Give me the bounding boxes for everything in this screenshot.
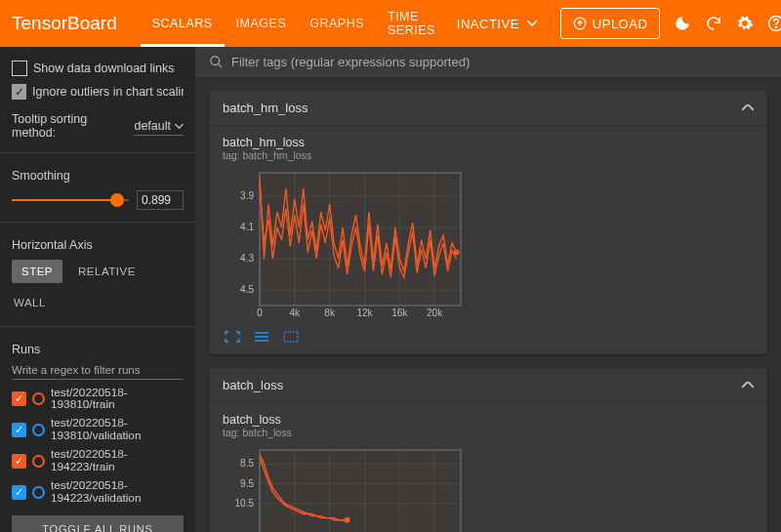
card-header[interactable]: batch_hm_loss bbox=[209, 91, 767, 126]
smoothing-label: Smoothing bbox=[0, 161, 195, 186]
chart-tag: tag: batch_hm_loss bbox=[223, 149, 754, 161]
status-dropdown-label: INACTIVE bbox=[457, 17, 519, 31]
run-color-circle[interactable] bbox=[32, 424, 45, 436]
chart-title: batch_loss bbox=[223, 413, 754, 427]
svg-text:0: 0 bbox=[257, 307, 263, 318]
run-row: ✓test/20220518-194223/train bbox=[0, 445, 195, 476]
filter-bar: Filter tags (regular expressions support… bbox=[195, 47, 781, 77]
run-label: test/20220518-193810/train bbox=[51, 387, 184, 412]
toggle-all-runs-button[interactable]: TOGGLE ALL RUNS bbox=[12, 515, 184, 532]
svg-point-2 bbox=[776, 26, 777, 27]
svg-rect-72 bbox=[284, 332, 298, 342]
runs-label: Runs bbox=[0, 335, 195, 360]
svg-text:4k: 4k bbox=[290, 307, 302, 318]
horizontal-axis-label: Horizontal Axis bbox=[0, 230, 195, 256]
svg-text:4.1: 4.1 bbox=[240, 222, 254, 232]
fit-icon[interactable] bbox=[281, 329, 301, 345]
svg-text:4.5: 4.5 bbox=[240, 284, 254, 295]
svg-text:3.9: 3.9 bbox=[240, 190, 254, 201]
sidebar: Show data download links ✓ Ignore outlie… bbox=[0, 47, 195, 532]
card-batch-loss: batch_loss batch_loss tag: batch_loss 10… bbox=[209, 368, 767, 532]
run-color-circle[interactable] bbox=[32, 486, 45, 499]
help-icon[interactable] bbox=[767, 15, 781, 32]
refresh-icon[interactable] bbox=[705, 15, 722, 32]
checkbox-download-links[interactable] bbox=[12, 61, 27, 76]
upload-button[interactable]: UPLOAD bbox=[560, 8, 660, 39]
app-logo: TensorBoard bbox=[12, 13, 117, 34]
svg-text:16k: 16k bbox=[391, 307, 408, 318]
svg-point-132 bbox=[345, 517, 350, 523]
svg-text:20k: 20k bbox=[427, 307, 443, 318]
run-checkbox[interactable]: ✓ bbox=[12, 391, 26, 406]
card-header-title: batch_loss bbox=[223, 378, 283, 392]
tooltip-sort-value: default bbox=[134, 119, 171, 133]
content: Filter tags (regular expressions support… bbox=[195, 47, 781, 532]
run-label: test/20220518-194223/train bbox=[51, 448, 184, 473]
card-batch-hm-loss: batch_hm_loss batch_hm_loss tag: batch_h… bbox=[209, 91, 767, 354]
svg-text:9.5: 9.5 bbox=[240, 478, 254, 489]
svg-point-3 bbox=[211, 57, 220, 65]
svg-text:8k: 8k bbox=[324, 307, 336, 318]
upload-icon bbox=[573, 17, 587, 30]
topbar: TensorBoard SCALARS IMAGES GRAPHS TIME S… bbox=[0, 0, 781, 47]
svg-text:4.3: 4.3 bbox=[240, 253, 254, 264]
card-header-title: batch_hm_loss bbox=[223, 101, 308, 115]
svg-point-1 bbox=[769, 17, 781, 31]
runs-list: ✓test/20220518-193810/train✓test/2022051… bbox=[0, 384, 195, 509]
run-row: ✓test/20220518-193810/validation bbox=[0, 414, 195, 445]
tab-scalars[interactable]: SCALARS bbox=[141, 0, 225, 47]
run-checkbox[interactable]: ✓ bbox=[12, 423, 26, 437]
axis-relative-button[interactable]: RELATIVE bbox=[68, 260, 145, 283]
chevron-up-icon bbox=[742, 382, 754, 389]
run-row: ✓test/20220518-194223/validation bbox=[0, 476, 195, 508]
status-dropdown[interactable]: INACTIVE bbox=[447, 17, 547, 31]
checkbox-ignore-outliers[interactable]: ✓ bbox=[12, 84, 26, 100]
chevron-down-icon bbox=[527, 20, 537, 26]
run-color-circle[interactable] bbox=[32, 455, 45, 468]
run-label: test/20220518-194223/validation bbox=[51, 479, 184, 505]
chart-tag: tag: batch_loss bbox=[223, 427, 754, 438]
nav-tabs: SCALARS IMAGES GRAPHS TIME SERIES bbox=[141, 0, 447, 47]
chevron-up-icon bbox=[742, 104, 754, 111]
upload-label: UPLOAD bbox=[593, 17, 647, 31]
search-icon bbox=[209, 55, 224, 69]
run-color-circle[interactable] bbox=[32, 392, 45, 405]
chart-batch-hm-loss[interactable]: 4.54.34.13.904k8k12k16k20k bbox=[223, 167, 754, 323]
run-label: test/20220518-193810/validation bbox=[51, 417, 184, 442]
chevron-down-icon bbox=[175, 124, 184, 129]
run-checkbox[interactable]: ✓ bbox=[12, 454, 26, 469]
tab-timeseries[interactable]: TIME SERIES bbox=[376, 0, 447, 47]
tab-images[interactable]: IMAGES bbox=[225, 0, 299, 47]
theme-icon[interactable] bbox=[674, 15, 691, 32]
smoothing-slider[interactable] bbox=[12, 199, 129, 201]
runs-filter-input[interactable]: Write a regex to filter runs bbox=[12, 364, 184, 380]
axis-wall-button[interactable]: WALL bbox=[12, 291, 56, 314]
svg-text:10.5: 10.5 bbox=[235, 498, 255, 509]
fullscreen-icon[interactable] bbox=[223, 329, 242, 345]
run-row: ✓test/20220518-193810/train bbox=[0, 384, 195, 415]
label-ignore-outliers: Ignore outliers in chart scaling bbox=[32, 85, 184, 99]
filter-input[interactable]: Filter tags (regular expressions support… bbox=[231, 55, 470, 69]
svg-text:12k: 12k bbox=[356, 307, 373, 318]
list-icon[interactable] bbox=[252, 329, 271, 345]
tooltip-sort-dropdown[interactable]: default bbox=[134, 117, 184, 136]
card-header[interactable]: batch_loss bbox=[209, 368, 767, 403]
gear-icon[interactable] bbox=[736, 15, 754, 32]
chart-title: batch_hm_loss bbox=[223, 136, 754, 149]
tab-graphs[interactable]: GRAPHS bbox=[298, 0, 376, 47]
chart-batch-loss[interactable]: 10.59.58.5 bbox=[223, 444, 754, 532]
run-checkbox[interactable]: ✓ bbox=[12, 485, 26, 500]
svg-text:8.5: 8.5 bbox=[240, 458, 254, 469]
smoothing-value[interactable]: 0.899 bbox=[137, 190, 184, 210]
label-download-links: Show data download links bbox=[33, 61, 175, 75]
svg-point-71 bbox=[454, 250, 460, 256]
topbar-right: INACTIVE UPLOAD bbox=[447, 8, 781, 39]
axis-step-button[interactable]: STEP bbox=[12, 260, 62, 283]
tooltip-sort-label: Tooltip sorting method: bbox=[12, 113, 90, 141]
